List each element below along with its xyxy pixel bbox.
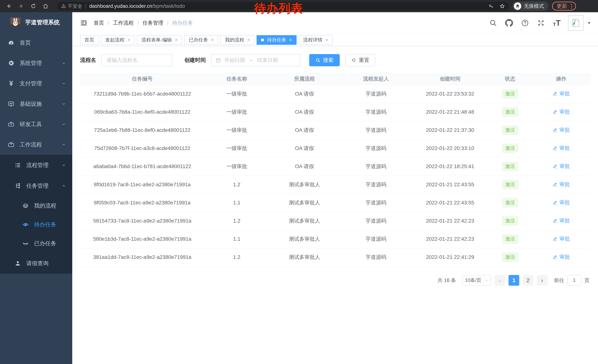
sidebar-item-label: 待办任务 (34, 221, 56, 228)
tab-我的流程[interactable]: 我的流程× (220, 35, 254, 45)
font-size-icon[interactable]: TT (553, 19, 561, 27)
table-row: 8f0d1619-7ac8-11ec-a9e2-a2380e71991a1.2测… (80, 176, 590, 194)
task-id-cell: 725a1eb6-7b88-11ec-8ef0-acde48001122 (80, 121, 205, 139)
close-tab-icon[interactable]: × (127, 37, 130, 43)
column-header: 任务编号 (80, 73, 205, 85)
approve-link[interactable]: 审批 (553, 181, 570, 188)
close-tab-icon[interactable]: × (325, 37, 328, 43)
yen-icon: ¥ (8, 80, 15, 87)
action-cell: 审批 (532, 121, 590, 139)
breadcrumb-workflow[interactable]: 工作流程 (113, 19, 134, 26)
search-icon[interactable] (489, 19, 497, 27)
update-button[interactable]: 更新 (552, 2, 576, 11)
sidebar-item-任务管理[interactable]: 任务管理 (0, 176, 72, 196)
tab-label: 发起流程 (105, 37, 125, 43)
sidebar-item-研发工具[interactable]: 研发工具 (0, 114, 72, 134)
user-avatar[interactable] (568, 15, 583, 31)
tab-发起流程[interactable]: 发起流程× (101, 35, 135, 45)
page-size-select[interactable]: 10条/页 (462, 275, 491, 286)
bookmark-star-icon[interactable] (499, 3, 505, 9)
approve-link[interactable]: 审批 (553, 126, 570, 133)
approve-link[interactable]: 审批 (553, 108, 570, 115)
github-icon[interactable] (505, 19, 513, 27)
date-range-picker[interactable]: 开始日期 - 结束日期 (211, 54, 300, 66)
next-page-button[interactable]: › (537, 275, 548, 286)
reset-button[interactable]: 重置 (345, 54, 375, 66)
tab-待办任务[interactable]: 待办任务× (257, 35, 296, 45)
close-tab-icon[interactable]: × (175, 37, 178, 43)
task-name-cell: 一级审批 (205, 103, 269, 121)
sidebar-item-已办任务[interactable]: 已办任务 (0, 234, 72, 253)
browser-menu-icon[interactable] (570, 4, 573, 8)
approve-link[interactable]: 审批 (553, 253, 570, 260)
column-header: 流程发起人 (340, 73, 412, 85)
table-row: 381aa1dd-7ac8-11ec-a9e2-a2380e71991a1.2测… (80, 248, 590, 266)
task-table: 任务编号任务名称所属流程流程发起人创建时间状态操作 73211d9d-7b9b-… (80, 73, 590, 267)
page-button-1[interactable]: 1 (508, 275, 519, 286)
close-tab-icon[interactable]: × (211, 37, 214, 43)
table-row: 73211d9d-7b9b-11ec-b5b7-acde48001122一级审批… (80, 85, 590, 103)
close-tab-icon[interactable]: × (289, 37, 292, 43)
goto-page-input[interactable] (567, 275, 581, 286)
tab-label: 流程详情 (303, 37, 323, 43)
sidebar-item-label: 首页 (20, 39, 31, 47)
process-cell: 测试多审批人 (269, 248, 340, 266)
status-badge: 激活 (502, 126, 518, 135)
tab-流程表单-编辑[interactable]: 流程表单-编辑× (137, 35, 182, 45)
prev-page-button[interactable]: ‹ (494, 275, 505, 286)
action-cell: 审批 (532, 248, 590, 266)
approve-link[interactable]: 审批 (553, 235, 570, 242)
range-separator: - (250, 57, 252, 63)
tab-已办任务[interactable]: 已办任务× (184, 35, 218, 45)
approve-link[interactable]: 审批 (553, 217, 570, 224)
search-button[interactable]: 搜索 (309, 54, 340, 66)
not-secure-warning[interactable]: 不安全 (61, 3, 82, 9)
home-icon[interactable] (42, 2, 50, 10)
avatar-dropdown-caret[interactable]: ▼ (587, 21, 591, 25)
sidebar-item-请假查询[interactable]: 请假查询 (0, 253, 72, 274)
sidebar-item-工作流程[interactable]: 工作流程 (0, 134, 72, 155)
help-icon[interactable] (521, 19, 529, 27)
sidebar-item-我的流程[interactable]: 我的流程 (0, 196, 72, 215)
sidebar-item-基础设施[interactable]: 基础设施 (0, 94, 72, 114)
sidebar-item-支付管理[interactable]: ¥支付管理 (0, 73, 72, 94)
sidebar-item-系统管理[interactable]: 系统管理 (0, 53, 72, 73)
table-header-row: 任务编号任务名称所属流程流程发起人创建时间状态操作 (80, 73, 590, 85)
task-id-cell: 381aa1dd-7ac8-11ec-a9e2-a2380e71991a (80, 248, 205, 266)
approve-link[interactable]: 审批 (553, 145, 570, 152)
incognito-label: 无痕模式 (524, 3, 544, 9)
update-label: 更新 (557, 3, 567, 10)
page-button-2[interactable]: 2 (523, 275, 533, 286)
status-badge: 激活 (502, 216, 518, 226)
tab-首页[interactable]: 首页 (80, 35, 99, 45)
tab-流程详情[interactable]: 流程详情× (299, 35, 333, 45)
task-id-cell: 8f059c03-7ac8-11ec-a9e2-a2380e71991a (80, 194, 205, 212)
approve-link[interactable]: 审批 (553, 90, 570, 97)
table-row: 58154733-7ac8-11ec-a9e2-a2380e71991a1.2测… (80, 212, 590, 230)
sidebar-item-流程管理[interactable]: 流程管理 (0, 155, 72, 176)
search-btn-icon (316, 58, 321, 63)
fullscreen-icon[interactable] (537, 19, 545, 27)
back-icon[interactable] (5, 2, 13, 10)
sidebar-item-待办任务[interactable]: 待办任务 (0, 215, 72, 234)
process-cell: 测试多审批人 (269, 176, 340, 194)
password-key-icon[interactable] (488, 3, 494, 9)
approve-link[interactable]: 审批 (553, 163, 570, 170)
column-header: 操作 (532, 73, 590, 85)
column-header: 创建时间 (412, 73, 489, 85)
sidebar-fold-icon[interactable] (80, 19, 87, 27)
forward-icon[interactable] (17, 2, 25, 10)
process-name-input[interactable] (101, 54, 172, 66)
close-tab-icon[interactable]: × (247, 37, 250, 43)
approve-link[interactable]: 审批 (553, 199, 570, 206)
process-cell: 测试多审批人 (269, 230, 340, 248)
task-id-cell: 8f0d1619-7ac8-11ec-a9e2-a2380e71991a (80, 176, 205, 194)
app-logo[interactable]: 芋道管理系统 (0, 12, 72, 32)
sidebar-item-首页[interactable]: 首页 (0, 32, 72, 53)
reload-icon[interactable] (29, 2, 37, 10)
logo-image (10, 17, 20, 27)
breadcrumb-task-mgmt[interactable]: 任务管理 (143, 19, 163, 26)
url-text: dashboard.yudao.iocoder.cn/bpm/task/todo (89, 3, 185, 9)
breadcrumb-home[interactable]: 首页 (94, 19, 104, 26)
dashboard-icon (8, 40, 15, 46)
